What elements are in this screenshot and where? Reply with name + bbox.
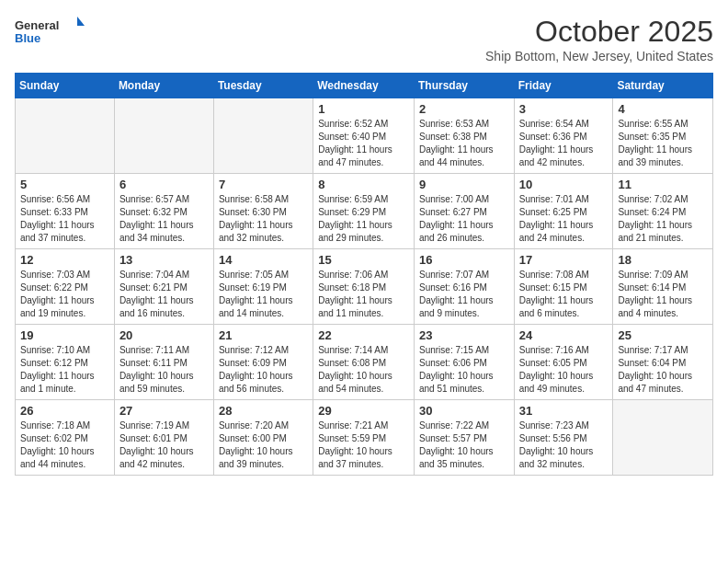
day-cell: 8Sunrise: 6:59 AM Sunset: 6:29 PM Daylig…: [313, 174, 415, 249]
logo: General Blue: [15, 15, 88, 52]
day-cell: 19Sunrise: 7:10 AM Sunset: 6:12 PM Dayli…: [16, 325, 115, 400]
svg-marker-1: [77, 17, 85, 26]
day-cell: 15Sunrise: 7:06 AM Sunset: 6:18 PM Dayli…: [313, 249, 415, 325]
logo-svg: General Blue: [15, 15, 88, 52]
day-number: 30: [419, 404, 509, 418]
calendar-header: SundayMondayTuesdayWednesdayThursdayFrid…: [16, 74, 713, 98]
calendar-body: 1Sunrise: 6:52 AM Sunset: 6:40 PM Daylig…: [16, 98, 713, 476]
calendar-title: October 2025: [485, 15, 713, 49]
day-number: 10: [519, 178, 609, 191]
day-cell: 22Sunrise: 7:14 AM Sunset: 6:08 PM Dayli…: [313, 325, 415, 400]
day-info: Sunrise: 6:55 AM Sunset: 6:35 PM Dayligh…: [618, 118, 708, 169]
week-row-4: 19Sunrise: 7:10 AM Sunset: 6:12 PM Dayli…: [16, 325, 713, 400]
header-saturday: Saturday: [613, 74, 713, 98]
day-cell: 11Sunrise: 7:02 AM Sunset: 6:24 PM Dayli…: [613, 174, 713, 249]
day-info: Sunrise: 7:06 AM Sunset: 6:18 PM Dayligh…: [318, 269, 409, 320]
day-info: Sunrise: 6:58 AM Sunset: 6:30 PM Dayligh…: [219, 193, 308, 245]
day-number: 2: [419, 102, 509, 116]
day-cell: 16Sunrise: 7:07 AM Sunset: 6:16 PM Dayli…: [414, 249, 514, 325]
day-number: 9: [419, 178, 509, 191]
header-wednesday: Wednesday: [313, 74, 415, 98]
day-cell: 24Sunrise: 7:16 AM Sunset: 6:05 PM Dayli…: [514, 325, 613, 400]
day-number: 22: [318, 328, 409, 342]
day-number: 6: [119, 178, 209, 191]
day-cell: 4Sunrise: 6:55 AM Sunset: 6:35 PM Daylig…: [613, 98, 713, 174]
day-info: Sunrise: 7:08 AM Sunset: 6:15 PM Dayligh…: [519, 269, 609, 320]
day-cell: 31Sunrise: 7:23 AM Sunset: 5:56 PM Dayli…: [514, 400, 613, 476]
week-row-3: 12Sunrise: 7:03 AM Sunset: 6:22 PM Dayli…: [16, 249, 713, 325]
header-friday: Friday: [514, 74, 613, 98]
day-cell: 21Sunrise: 7:12 AM Sunset: 6:09 PM Dayli…: [213, 325, 313, 400]
day-info: Sunrise: 7:10 AM Sunset: 6:12 PM Dayligh…: [20, 344, 109, 396]
header-thursday: Thursday: [414, 74, 514, 98]
day-info: Sunrise: 7:11 AM Sunset: 6:11 PM Dayligh…: [119, 344, 209, 396]
day-number: 11: [618, 178, 708, 191]
day-number: 8: [318, 178, 409, 191]
day-number: 12: [20, 253, 109, 267]
day-number: 23: [419, 328, 509, 342]
day-info: Sunrise: 7:22 AM Sunset: 5:57 PM Dayligh…: [419, 419, 509, 471]
day-number: 4: [618, 102, 708, 116]
day-cell: 25Sunrise: 7:17 AM Sunset: 6:04 PM Dayli…: [613, 325, 713, 400]
day-info: Sunrise: 7:15 AM Sunset: 6:06 PM Dayligh…: [419, 344, 509, 396]
day-info: Sunrise: 7:09 AM Sunset: 6:14 PM Dayligh…: [618, 269, 708, 320]
day-number: 27: [119, 404, 209, 418]
day-cell: [16, 98, 115, 174]
day-cell: 28Sunrise: 7:20 AM Sunset: 6:00 PM Dayli…: [213, 400, 313, 476]
day-info: Sunrise: 6:53 AM Sunset: 6:38 PM Dayligh…: [419, 118, 509, 169]
day-number: 5: [20, 178, 109, 191]
day-cell: 17Sunrise: 7:08 AM Sunset: 6:15 PM Dayli…: [514, 249, 613, 325]
day-cell: [613, 400, 713, 476]
day-info: Sunrise: 7:19 AM Sunset: 6:01 PM Dayligh…: [119, 419, 209, 471]
day-info: Sunrise: 6:56 AM Sunset: 6:33 PM Dayligh…: [20, 193, 109, 245]
day-cell: 29Sunrise: 7:21 AM Sunset: 5:59 PM Dayli…: [313, 400, 415, 476]
week-row-5: 26Sunrise: 7:18 AM Sunset: 6:02 PM Dayli…: [16, 400, 713, 476]
day-info: Sunrise: 7:17 AM Sunset: 6:04 PM Dayligh…: [618, 344, 708, 396]
day-cell: 26Sunrise: 7:18 AM Sunset: 6:02 PM Dayli…: [16, 400, 115, 476]
day-cell: 23Sunrise: 7:15 AM Sunset: 6:06 PM Dayli…: [414, 325, 514, 400]
day-info: Sunrise: 7:21 AM Sunset: 5:59 PM Dayligh…: [318, 419, 409, 471]
day-info: Sunrise: 7:18 AM Sunset: 6:02 PM Dayligh…: [20, 419, 109, 471]
day-number: 15: [318, 253, 409, 267]
day-info: Sunrise: 7:01 AM Sunset: 6:25 PM Dayligh…: [519, 193, 609, 245]
calendar-table: SundayMondayTuesdayWednesdayThursdayFrid…: [15, 73, 713, 476]
day-number: 20: [119, 328, 209, 342]
day-cell: 3Sunrise: 6:54 AM Sunset: 6:36 PM Daylig…: [514, 98, 613, 174]
calendar-subtitle: Ship Bottom, New Jersey, United States: [485, 49, 713, 63]
day-cell: 18Sunrise: 7:09 AM Sunset: 6:14 PM Dayli…: [613, 249, 713, 325]
day-number: 1: [318, 102, 409, 116]
day-cell: 7Sunrise: 6:58 AM Sunset: 6:30 PM Daylig…: [213, 174, 313, 249]
day-info: Sunrise: 7:20 AM Sunset: 6:00 PM Dayligh…: [219, 419, 308, 471]
day-number: 14: [219, 253, 308, 267]
day-info: Sunrise: 7:05 AM Sunset: 6:19 PM Dayligh…: [219, 269, 308, 320]
week-row-1: 1Sunrise: 6:52 AM Sunset: 6:40 PM Daylig…: [16, 98, 713, 174]
day-number: 18: [618, 253, 708, 267]
title-section: October 2025 Ship Bottom, New Jersey, Un…: [485, 15, 713, 63]
day-cell: [213, 98, 313, 174]
day-number: 19: [20, 328, 109, 342]
day-info: Sunrise: 6:54 AM Sunset: 6:36 PM Dayligh…: [519, 118, 609, 169]
day-cell: 1Sunrise: 6:52 AM Sunset: 6:40 PM Daylig…: [313, 98, 415, 174]
day-number: 25: [618, 328, 708, 342]
week-row-2: 5Sunrise: 6:56 AM Sunset: 6:33 PM Daylig…: [16, 174, 713, 249]
day-info: Sunrise: 6:59 AM Sunset: 6:29 PM Dayligh…: [318, 193, 409, 245]
day-info: Sunrise: 7:23 AM Sunset: 5:56 PM Dayligh…: [519, 419, 609, 471]
day-cell: 14Sunrise: 7:05 AM Sunset: 6:19 PM Dayli…: [213, 249, 313, 325]
day-info: Sunrise: 7:14 AM Sunset: 6:08 PM Dayligh…: [318, 344, 409, 396]
day-cell: 2Sunrise: 6:53 AM Sunset: 6:38 PM Daylig…: [414, 98, 514, 174]
day-info: Sunrise: 7:02 AM Sunset: 6:24 PM Dayligh…: [618, 193, 708, 245]
header-monday: Monday: [114, 74, 213, 98]
day-info: Sunrise: 7:16 AM Sunset: 6:05 PM Dayligh…: [519, 344, 609, 396]
day-number: 28: [219, 404, 308, 418]
day-cell: 20Sunrise: 7:11 AM Sunset: 6:11 PM Dayli…: [114, 325, 213, 400]
day-cell: 13Sunrise: 7:04 AM Sunset: 6:21 PM Dayli…: [114, 249, 213, 325]
day-number: 3: [519, 102, 609, 116]
day-cell: 27Sunrise: 7:19 AM Sunset: 6:01 PM Dayli…: [114, 400, 213, 476]
day-number: 7: [219, 178, 308, 191]
day-number: 29: [318, 404, 409, 418]
day-info: Sunrise: 7:04 AM Sunset: 6:21 PM Dayligh…: [119, 269, 209, 320]
day-info: Sunrise: 7:03 AM Sunset: 6:22 PM Dayligh…: [20, 269, 109, 320]
day-info: Sunrise: 6:57 AM Sunset: 6:32 PM Dayligh…: [119, 193, 209, 245]
day-cell: 10Sunrise: 7:01 AM Sunset: 6:25 PM Dayli…: [514, 174, 613, 249]
page-header: General Blue October 2025 Ship Bottom, N…: [15, 15, 713, 63]
